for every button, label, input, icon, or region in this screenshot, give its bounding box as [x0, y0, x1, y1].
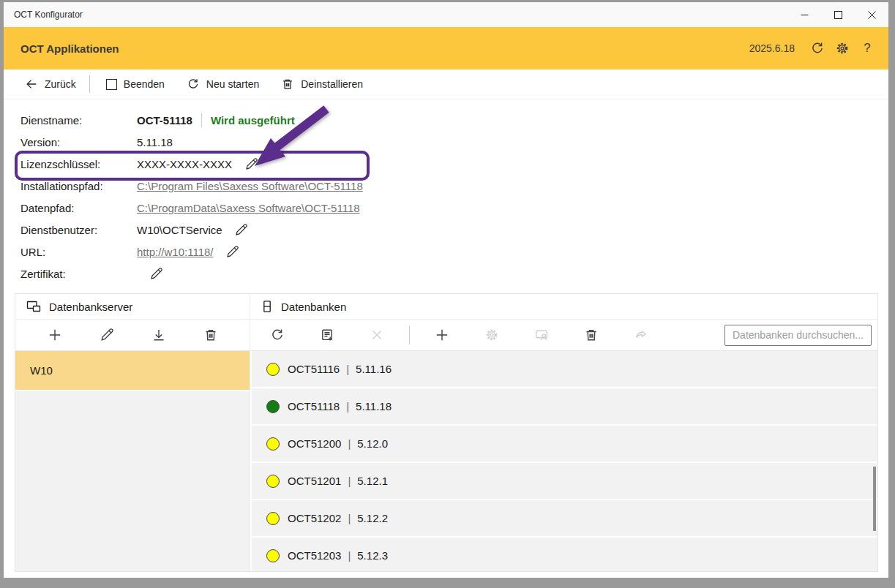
server-list: W10 [15, 351, 250, 571]
service-detail-row: Zertifikat: [4, 263, 888, 284]
restart-service-button[interactable]: Neu starten [182, 72, 263, 96]
minimize-button[interactable] [787, 2, 821, 27]
status-dot-icon [266, 363, 280, 376]
service-details: Dienstname: OCT-51118 Wird ausgeführt Ve… [4, 99, 888, 293]
database-search-input[interactable] [724, 325, 872, 346]
monitor-user-icon [534, 328, 549, 342]
stop-label: Beenden [124, 78, 165, 90]
database-list-item[interactable]: OCT51118 | 5.11.18 [252, 388, 877, 424]
cancel-button[interactable] [370, 328, 384, 342]
settings-button[interactable] [830, 36, 855, 61]
database-server-panel: Datenbankserver W10 [15, 294, 250, 571]
databases-panel: Datenbanken [250, 294, 877, 571]
import-server-button[interactable] [151, 328, 166, 342]
detail-value: OCT-51118 [137, 114, 192, 127]
name-version-divider: | [348, 475, 351, 487]
title-bar: OCT Konfigurator [4, 2, 888, 27]
database-name: OCT51200 [288, 437, 341, 450]
service-detail-row: Datenpfad: C:\ProgramData\Saxess Softwar… [4, 197, 888, 219]
server-list-item[interactable]: W10 [15, 351, 250, 391]
database-name: OCT51203 [288, 549, 341, 562]
status-dot-icon [266, 475, 280, 488]
export-database-button[interactable] [634, 328, 648, 342]
database-name: OCT51201 [288, 475, 341, 487]
name-version-divider: | [346, 400, 349, 412]
gear-icon [835, 41, 850, 56]
database-list-item[interactable]: OCT51203 | 5.12.3 [252, 538, 877, 571]
uninstall-label: Deinstallieren [301, 78, 363, 90]
close-icon [868, 11, 876, 19]
pencil-icon [244, 157, 258, 171]
edit-server-button[interactable] [100, 328, 114, 342]
add-database-button[interactable] [435, 328, 449, 342]
databases-toolbar [250, 319, 877, 351]
server-name: W10 [30, 364, 53, 377]
database-version: 5.11.18 [356, 400, 392, 412]
status-dot-icon [266, 512, 280, 525]
detail-label: URL: [20, 246, 137, 258]
service-detail-row: Version: 5.11.18 [4, 131, 888, 153]
download-icon [151, 328, 166, 342]
page-title: OCT Applikationen [4, 42, 749, 55]
stop-service-button[interactable]: Beenden [102, 72, 169, 96]
edit-button[interactable] [149, 266, 163, 281]
status-divider [201, 113, 202, 127]
minimize-icon [801, 11, 809, 19]
service-detail-row: Dienstbenutzer: W10\OCTService [4, 219, 888, 241]
database-list-item[interactable]: OCT51200 | 5.12.0 [252, 426, 877, 461]
restart-icon [187, 78, 200, 91]
edit-button[interactable] [234, 222, 249, 237]
edit-button[interactable] [244, 157, 258, 171]
edit-button[interactable] [225, 244, 240, 259]
scrollbar-thumb[interactable] [873, 467, 876, 531]
restart-label: Neu starten [206, 78, 259, 90]
pencil-icon [234, 223, 248, 237]
toolbar-divider [89, 75, 90, 93]
name-version-divider: | [348, 437, 351, 450]
document-add-icon [320, 328, 334, 342]
service-detail-row: URL: http://w10:1118/ [4, 241, 888, 263]
database-list-item[interactable]: OCT51202 | 5.12.2 [252, 500, 877, 536]
detail-label: Dienstname: [20, 114, 137, 127]
trash-icon [281, 78, 294, 91]
delete-server-button[interactable] [203, 328, 218, 342]
database-list-item[interactable]: OCT51201 | 5.12.1 [252, 463, 877, 499]
refresh-icon [810, 41, 825, 56]
maximize-icon [834, 11, 842, 19]
database-settings-button[interactable] [484, 328, 499, 342]
maximize-button[interactable] [821, 2, 855, 27]
refresh-button[interactable] [805, 36, 830, 61]
new-script-button[interactable] [320, 328, 334, 342]
detail-label: Dienstbenutzer: [20, 224, 137, 236]
detail-value: XXXX-XXXX-XXXX [137, 158, 232, 170]
database-list: OCT51116 | 5.11.16 OCT51118 | 5.11.18 OC… [250, 351, 877, 571]
database-version: 5.12.3 [357, 549, 388, 562]
toolbar-divider [409, 325, 410, 344]
command-toolbar: Zurück Beenden Neu starten Deinstalliere… [4, 69, 888, 99]
server-icon [25, 299, 42, 314]
detail-label: Installationspfad: [20, 180, 137, 192]
detail-label: Zertifikat: [20, 268, 137, 280]
database-list-item[interactable]: OCT51116 | 5.11.16 [252, 351, 877, 387]
name-version-divider: | [348, 549, 351, 562]
close-button[interactable] [855, 2, 888, 27]
detail-value: W10\OCTService [137, 224, 222, 236]
service-detail-row: Dienstname: OCT-51118 Wird ausgeführt [4, 109, 888, 131]
back-button[interactable]: Zurück [20, 72, 80, 96]
refresh-icon [270, 328, 285, 342]
help-button[interactable]: ? [855, 36, 880, 61]
question-icon: ? [864, 41, 870, 56]
version-date: 2025.6.18 [749, 42, 795, 54]
detail-value: http://w10:1118/ [137, 246, 214, 258]
database-permissions-button[interactable] [534, 328, 549, 342]
app-header: OCT Applikationen 2025.6.18 ? [4, 27, 888, 69]
delete-database-button[interactable] [584, 328, 599, 342]
add-server-button[interactable] [48, 328, 62, 342]
plus-icon [435, 328, 449, 342]
uninstall-button[interactable]: Deinstallieren [277, 72, 367, 96]
database-name: OCT51202 [288, 512, 341, 524]
detail-value: 5.11.18 [137, 136, 173, 148]
name-version-divider: | [346, 363, 349, 375]
app-window: OCT Konfigurator OCT Applikationen 2025.… [4, 2, 888, 578]
refresh-databases-button[interactable] [270, 328, 285, 342]
